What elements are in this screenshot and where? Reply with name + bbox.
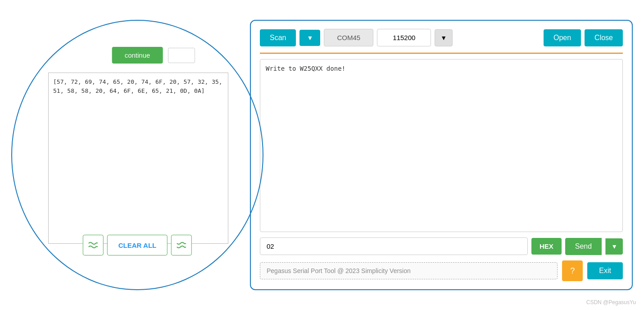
output-area[interactable]: Write to W25QXX done!	[260, 59, 623, 232]
hex-button[interactable]: HEX	[531, 238, 562, 255]
clear-all-button[interactable]: CLEAR ALL	[107, 235, 168, 255]
left-icon-button[interactable]	[83, 235, 104, 255]
toolbar: Scan ▼ ▼ Open Close	[260, 29, 623, 54]
open-button[interactable]: Open	[544, 29, 581, 46]
scan-dropdown-button[interactable]: ▼	[299, 30, 320, 46]
baud-input[interactable]	[377, 29, 431, 46]
hex-output-textarea[interactable]: [57, 72, 69, 74, 65, 20, 74, 6F, 20, 57,…	[48, 73, 228, 244]
bottom-buttons: CLEAR ALL	[83, 235, 192, 255]
baud-dropdown-button[interactable]: ▼	[435, 29, 453, 46]
close-button[interactable]: Close	[585, 29, 623, 46]
send-button[interactable]: Send	[565, 238, 602, 255]
right-panel: Scan ▼ ▼ Open Close Write to W25QXX done…	[250, 20, 633, 290]
send-input[interactable]	[260, 237, 528, 255]
output-text: Write to W25QXX done!	[266, 65, 345, 72]
port-input[interactable]	[324, 29, 373, 46]
footer-text: Pegasus Serial Port Tool @ 2023 Simplici…	[260, 262, 558, 279]
continue-button[interactable]: continue	[112, 47, 163, 64]
send-dropdown-button[interactable]: ▼	[605, 238, 623, 255]
right-icon-button[interactable]	[171, 235, 192, 255]
exit-button[interactable]: Exit	[587, 262, 623, 279]
scan-button[interactable]: Scan	[260, 29, 296, 46]
left-panel: continue [57, 72, 69, 74, 65, 20, 74, 6F…	[11, 20, 263, 290]
main-container: continue [57, 72, 69, 74, 65, 20, 74, 6F…	[11, 11, 633, 299]
footer-row: Pegasus Serial Port Tool @ 2023 Simplici…	[260, 260, 623, 281]
send-row: HEX Send ▼	[260, 237, 623, 255]
question-icon: ?	[570, 266, 575, 276]
watermark: CSDN @PegasusYu	[586, 299, 636, 305]
help-button[interactable]: ?	[562, 260, 583, 281]
continue-input[interactable]	[168, 48, 195, 63]
